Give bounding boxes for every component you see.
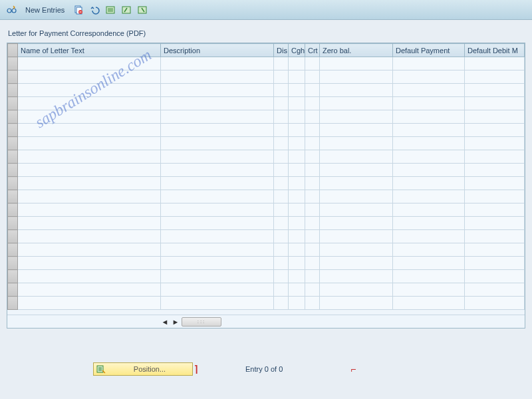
row-selector[interactable] xyxy=(8,150,18,164)
cell[interactable] xyxy=(161,217,274,230)
cell[interactable] xyxy=(465,137,525,150)
table-row[interactable] xyxy=(8,84,525,97)
cell[interactable] xyxy=(289,297,305,310)
position-button[interactable]: Position... xyxy=(93,362,193,376)
cell[interactable] xyxy=(161,110,274,124)
cell[interactable] xyxy=(393,230,465,243)
cell[interactable] xyxy=(289,243,305,257)
undo-icon[interactable] xyxy=(88,4,100,16)
row-selector[interactable] xyxy=(8,217,18,230)
cell[interactable] xyxy=(274,217,289,230)
cell[interactable] xyxy=(465,283,525,297)
cell[interactable] xyxy=(289,57,305,70)
cell[interactable] xyxy=(274,283,289,297)
row-selector[interactable] xyxy=(8,84,18,97)
cell[interactable] xyxy=(320,257,393,270)
cell[interactable] xyxy=(18,177,161,190)
cell[interactable] xyxy=(274,97,289,110)
cell[interactable] xyxy=(305,297,320,310)
cell[interactable] xyxy=(274,270,289,283)
cell[interactable] xyxy=(393,84,465,97)
cell[interactable] xyxy=(274,110,289,124)
cell[interactable] xyxy=(18,203,161,217)
cell[interactable] xyxy=(161,124,274,137)
col-crt[interactable]: Crt xyxy=(305,44,320,57)
cell[interactable] xyxy=(289,97,305,110)
table-row[interactable] xyxy=(8,190,525,203)
table-row[interactable] xyxy=(8,124,525,137)
cell[interactable] xyxy=(465,217,525,230)
cell[interactable] xyxy=(18,57,161,70)
cell[interactable] xyxy=(465,190,525,203)
cell[interactable] xyxy=(161,243,274,257)
cell[interactable] xyxy=(320,230,393,243)
cell[interactable] xyxy=(274,124,289,137)
scroll-left-icon[interactable]: ◄ xyxy=(160,317,170,327)
cell[interactable] xyxy=(320,124,393,137)
cell[interactable] xyxy=(305,243,320,257)
cell[interactable] xyxy=(320,137,393,150)
cell[interactable] xyxy=(274,243,289,257)
cell[interactable] xyxy=(274,164,289,177)
cell[interactable] xyxy=(393,283,465,297)
cell[interactable] xyxy=(18,257,161,270)
cell[interactable] xyxy=(465,243,525,257)
col-zero[interactable]: Zero bal. xyxy=(320,44,393,57)
cell[interactable] xyxy=(274,84,289,97)
cell[interactable] xyxy=(393,164,465,177)
cell[interactable] xyxy=(289,203,305,217)
scroll-right-icon[interactable]: ► xyxy=(171,317,180,327)
cell[interactable] xyxy=(289,150,305,164)
cell[interactable] xyxy=(320,110,393,124)
cell[interactable] xyxy=(305,150,320,164)
deselect-all-icon[interactable] xyxy=(136,4,148,16)
col-name[interactable]: Name of Letter Text xyxy=(18,44,161,57)
cell[interactable] xyxy=(18,70,161,84)
cell[interactable] xyxy=(465,230,525,243)
cell[interactable] xyxy=(465,97,525,110)
row-selector[interactable] xyxy=(8,243,18,257)
cell[interactable] xyxy=(320,84,393,97)
cell[interactable] xyxy=(161,190,274,203)
row-selector[interactable] xyxy=(8,257,18,270)
cell[interactable] xyxy=(161,297,274,310)
row-selector[interactable] xyxy=(8,164,18,177)
cell[interactable] xyxy=(320,164,393,177)
cell[interactable] xyxy=(289,217,305,230)
cell[interactable] xyxy=(289,110,305,124)
cell[interactable] xyxy=(18,124,161,137)
cell[interactable] xyxy=(305,110,320,124)
table-row[interactable] xyxy=(8,257,525,270)
cell[interactable] xyxy=(393,190,465,203)
cell[interactable] xyxy=(18,84,161,97)
cell[interactable] xyxy=(289,190,305,203)
cell[interactable] xyxy=(465,177,525,190)
table-row[interactable] xyxy=(8,230,525,243)
cell[interactable] xyxy=(289,164,305,177)
cell[interactable] xyxy=(161,84,274,97)
row-selector[interactable] xyxy=(8,203,18,217)
table-row[interactable] xyxy=(8,203,525,217)
cell[interactable] xyxy=(305,217,320,230)
cell[interactable] xyxy=(465,124,525,137)
cell[interactable] xyxy=(289,124,305,137)
row-selector[interactable] xyxy=(8,70,18,84)
cell[interactable] xyxy=(289,270,305,283)
col-desc[interactable]: Description xyxy=(161,44,274,57)
cell[interactable] xyxy=(161,150,274,164)
cell[interactable] xyxy=(305,124,320,137)
cell[interactable] xyxy=(161,57,274,70)
cell[interactable] xyxy=(465,57,525,70)
cell[interactable] xyxy=(393,57,465,70)
cell[interactable] xyxy=(161,203,274,217)
table-row[interactable] xyxy=(8,164,525,177)
cell[interactable] xyxy=(320,297,393,310)
cell[interactable] xyxy=(320,270,393,283)
cell[interactable] xyxy=(465,270,525,283)
cell[interactable] xyxy=(18,283,161,297)
cell[interactable] xyxy=(465,70,525,84)
cell[interactable] xyxy=(274,177,289,190)
cell[interactable] xyxy=(274,150,289,164)
cell[interactable] xyxy=(320,190,393,203)
cell[interactable] xyxy=(274,137,289,150)
